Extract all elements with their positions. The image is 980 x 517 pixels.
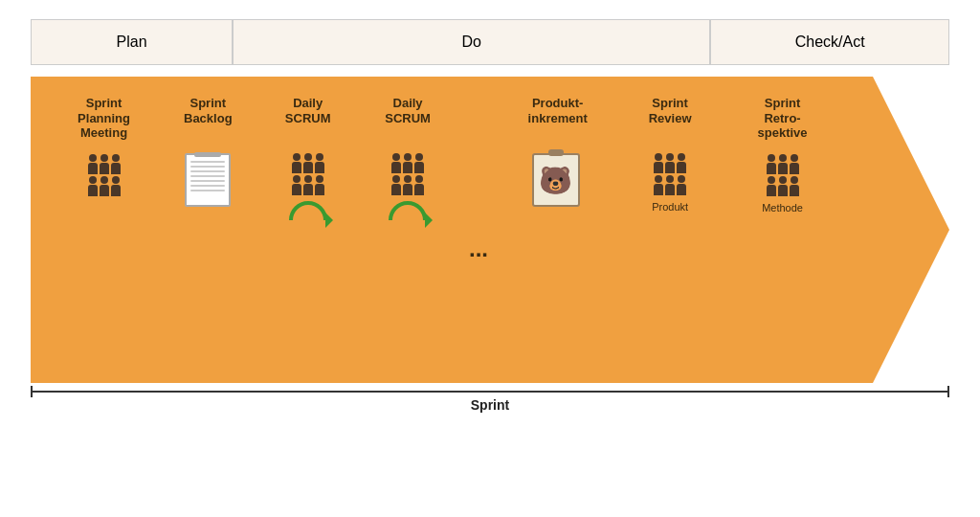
sprint-review-icon [654, 153, 686, 195]
produktinkrement-icon: 🐻 [532, 153, 580, 207]
phase-checkact-label: Check/Act [795, 34, 865, 51]
step-daily-scrum-1: DailySCRUM [257, 96, 357, 241]
sprint-line: Sprint [31, 391, 949, 413]
sprint-backlog-label: SprintBacklog [184, 96, 233, 140]
sprint-label: Sprint [471, 397, 509, 413]
phase-headers: Plan Do Check/Act [31, 19, 949, 65]
sprint-retro-sublabel: Methode [762, 202, 803, 214]
sprint-retro-icon [767, 154, 799, 196]
daily-scrum-2-label: DailySCRUM [385, 96, 431, 140]
phase-checkact: Check/Act [710, 19, 949, 65]
cycle-arrow-1 [283, 199, 333, 241]
cycle-arrow-2 [383, 199, 433, 241]
sprint-review-label: SprintReview [649, 96, 692, 140]
step-sprint-backlog: SprintBacklog [158, 96, 257, 207]
step-sprint-review: SprintReview Produkt [616, 96, 724, 213]
phase-do: Do [233, 19, 710, 65]
sprint-bar [31, 391, 949, 393]
phase-plan: Plan [31, 19, 233, 65]
phase-do-label: Do [462, 34, 481, 51]
produktinkrement-label: Produkt-inkrement [528, 96, 588, 140]
sprint-review-sublabel: Produkt [652, 201, 688, 213]
daily-scrum-2-people [391, 153, 424, 195]
step-sprint-planning: SprintPlanningMeeting [50, 96, 158, 196]
phase-plan-label: Plan [117, 34, 147, 51]
bear-emoji: 🐻 [539, 165, 572, 196]
step-sprint-retro: SprintRetro-spektive Methode [724, 96, 841, 214]
daily-scrum-1-label: DailySCRUM [285, 96, 331, 140]
dots-label: ... [469, 236, 488, 262]
sprint-backlog-icon [185, 153, 231, 207]
svg-marker-1 [325, 213, 333, 228]
arrow-section: SprintPlanningMeeting SprintBa [31, 77, 949, 383]
svg-marker-2 [425, 213, 433, 228]
diagram-container: Plan Do Check/Act SprintPlanningMeeting [31, 19, 949, 498]
step-produktinkrement: Produkt-inkrement 🐻 [500, 96, 616, 214]
daily-scrum-1-people [292, 153, 324, 195]
step-daily-scrum-2: DailySCRUM [358, 96, 457, 241]
step-dots: ... [457, 178, 500, 281]
sprint-planning-label: SprintPlanningMeeting [78, 96, 130, 141]
sprint-retro-label: SprintRetro-spektive [758, 96, 808, 141]
sprint-planning-icon [88, 154, 121, 196]
arrow-content: SprintPlanningMeeting SprintBa [31, 77, 892, 383]
